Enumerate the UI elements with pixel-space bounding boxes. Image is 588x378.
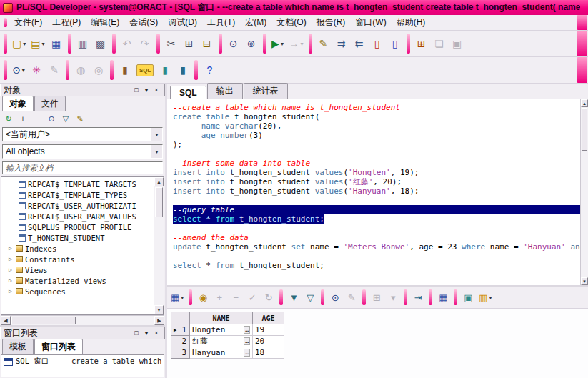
- sort-results-button[interactable]: ▼: [286, 289, 302, 305]
- panel-close-button[interactable]: ×: [151, 86, 161, 95]
- menu-item-帮助(H)[interactable]: 帮助(H): [392, 14, 431, 31]
- panel-close-button[interactable]: ×: [151, 329, 161, 338]
- paste-button[interactable]: ⊟: [199, 35, 216, 52]
- tree-item-table[interactable]: T_HONGTEN_STUDENT: [1, 232, 154, 243]
- stamp-window-button[interactable]: ▮: [116, 61, 134, 79]
- row-number-cell[interactable]: ▶1: [171, 324, 190, 336]
- menu-item-会话(S)[interactable]: 会话(S): [124, 14, 163, 31]
- table-row[interactable]: 3Hanyuan…18: [171, 347, 284, 359]
- indent-button[interactable]: ⇉: [333, 35, 350, 52]
- tree-item-table[interactable]: REPCAT$_USER_PARM_VALUES: [1, 211, 154, 222]
- menu-item-工程(P)[interactable]: 工程(P): [47, 14, 86, 31]
- expand-arrow-icon[interactable]: ▷: [7, 256, 14, 262]
- table-row[interactable]: 2红藤…20: [171, 336, 284, 347]
- chart-results-button-dropdown-icon[interactable]: ▾: [489, 294, 492, 301]
- window-list-tab-窗口列表[interactable]: 窗口列表: [34, 339, 83, 354]
- help-button[interactable]: ?: [201, 61, 218, 79]
- editor-tab-输出[interactable]: 输出: [207, 83, 243, 99]
- menu-item-编辑(E)[interactable]: 编辑(E): [86, 14, 124, 31]
- menu-grip[interactable]: [4, 18, 7, 27]
- name-cell[interactable]: Hanyuan…: [190, 347, 253, 359]
- panel-float-button[interactable]: □: [131, 329, 141, 338]
- execute-button[interactable]: ▶▾: [269, 35, 286, 52]
- lock-record-button[interactable]: ◉: [195, 289, 211, 305]
- panel-pin-button[interactable]: ▾: [141, 329, 151, 338]
- tree-item-folder[interactable]: ▷Indexes: [1, 243, 154, 254]
- tree-item-folder[interactable]: ▷Constraints: [1, 254, 154, 264]
- dropdown-arrow-icon[interactable]: ▼: [151, 145, 162, 158]
- object-search-input[interactable]: [2, 161, 163, 174]
- scroll-thumb[interactable]: [582, 108, 587, 151]
- cut-button[interactable]: ✂: [163, 35, 180, 52]
- menu-item-调试(D)[interactable]: 调试(D): [163, 14, 202, 31]
- panel-float-button[interactable]: □: [131, 86, 141, 95]
- open-button[interactable]: ▤▾: [29, 35, 46, 52]
- menu-item-工具(T)[interactable]: 工具(T): [202, 14, 240, 31]
- expand-arrow-icon[interactable]: ▷: [7, 245, 14, 252]
- name-cell[interactable]: 红藤…: [190, 336, 253, 347]
- find-next-button[interactable]: ⊚: [243, 35, 260, 52]
- grid-column-header-age[interactable]: AGE: [253, 312, 284, 324]
- command-window-stamp-button[interactable]: ▮: [156, 61, 174, 79]
- panel-pin-button[interactable]: ▾: [141, 86, 151, 95]
- age-cell[interactable]: 20: [253, 336, 284, 347]
- editor-tab-SQL[interactable]: SQL: [170, 86, 206, 99]
- name-cell[interactable]: Hongten…: [190, 324, 253, 336]
- menu-item-文件(F)[interactable]: 文件(F): [9, 14, 47, 31]
- objects-panel-tab-对象[interactable]: 对象: [2, 96, 34, 111]
- edit-document-button[interactable]: ✎: [315, 35, 332, 52]
- scroll-left-icon[interactable]: ◀: [1, 316, 11, 325]
- tree-item-table[interactable]: REPCAT$_TEMPLATE_TYPES: [1, 189, 154, 200]
- menu-item-文档(O)[interactable]: 文档(O): [271, 14, 311, 31]
- menu-item-窗口(W)[interactable]: 窗口(W): [350, 14, 391, 31]
- row-number-cell[interactable]: 3: [171, 347, 190, 359]
- execute-button-dropdown-icon[interactable]: ▾: [281, 41, 284, 47]
- dropdown-arrow-icon[interactable]: ▼: [151, 128, 162, 141]
- editor-tab-统计表[interactable]: 统计表: [244, 83, 288, 99]
- objects-panel-tab-文件[interactable]: 文件: [34, 96, 66, 111]
- expand-arrow-icon[interactable]: ▷: [7, 277, 14, 284]
- title-bar[interactable]: PL/SQL Developer - system@ORACT - [SQL 窗…: [0, 0, 588, 15]
- editor-vertical-scrollbar[interactable]: ▲ ▼: [580, 99, 588, 285]
- expand-arrow-icon[interactable]: ▷: [7, 267, 14, 273]
- report-window-stamp-button[interactable]: ▮: [174, 61, 191, 79]
- print-button[interactable]: ▥: [74, 35, 91, 52]
- filter-objects-button[interactable]: ▽: [59, 112, 72, 125]
- tree-item-folder[interactable]: ▷Sequences: [1, 286, 154, 297]
- result-grid-menu-button-dropdown-icon[interactable]: ▾: [181, 294, 184, 301]
- cell-ellipsis-button[interactable]: …: [244, 349, 250, 357]
- tree-horizontal-scrollbar[interactable]: ◀ ▶: [1, 315, 164, 325]
- result-grid-menu-button[interactable]: ▦▾: [169, 289, 186, 305]
- age-cell[interactable]: 18: [253, 347, 284, 359]
- filter-results-button[interactable]: ▽: [302, 289, 318, 305]
- sql-window-stamp-button[interactable]: SQL: [134, 61, 156, 79]
- blue-doc-button[interactable]: ▯: [387, 35, 404, 52]
- cell-ellipsis-button[interactable]: …: [244, 337, 250, 345]
- new-button-dropdown-icon[interactable]: ▾: [23, 41, 26, 47]
- row-number-cell[interactable]: 2: [171, 336, 190, 347]
- menu-item-报告(R)[interactable]: 报告(R): [312, 14, 351, 31]
- execute-step-button-dropdown-icon[interactable]: ▾: [301, 41, 304, 47]
- window-options-button[interactable]: ⊞: [413, 35, 430, 52]
- outdent-button[interactable]: ⇇: [351, 35, 368, 52]
- scroll-down-icon[interactable]: ▼: [154, 305, 164, 314]
- refresh-tree-button[interactable]: ↻: [2, 112, 15, 125]
- tree-vertical-scrollbar[interactable]: ▲ ▼: [154, 177, 164, 314]
- age-cell[interactable]: 19: [253, 324, 284, 336]
- grid-column-header-name[interactable]: NAME: [190, 312, 253, 324]
- scroll-up-icon[interactable]: ▲: [581, 99, 588, 107]
- find-in-results-button[interactable]: ⊙: [327, 289, 343, 305]
- scroll-thumb[interactable]: [155, 187, 163, 217]
- export-results-button[interactable]: ▣: [460, 289, 476, 305]
- print-preview-button[interactable]: ▩: [92, 35, 109, 52]
- find-button[interactable]: ⊙: [225, 35, 242, 52]
- table-row[interactable]: ▶1Hongten…19: [171, 324, 284, 336]
- toolbar-grip[interactable]: [4, 34, 7, 54]
- open-button-dropdown-icon[interactable]: ▾: [41, 41, 44, 47]
- save-results-button[interactable]: ▦: [435, 289, 451, 305]
- scroll-down-icon[interactable]: ▼: [581, 277, 588, 285]
- toolbar-grip[interactable]: [4, 60, 7, 80]
- scroll-track[interactable]: [76, 316, 154, 325]
- expand-node-button[interactable]: +: [16, 112, 29, 125]
- window-list-tab-模板[interactable]: 模板: [2, 339, 34, 354]
